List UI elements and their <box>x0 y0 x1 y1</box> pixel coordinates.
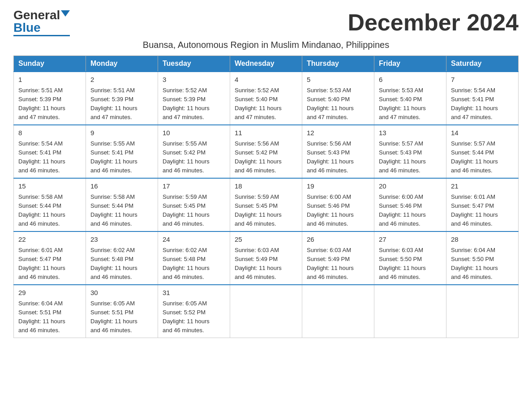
calendar-cell: 17 Sunrise: 5:59 AMSunset: 5:45 PMDaylig… <box>158 178 230 231</box>
day-info: Sunrise: 6:05 AMSunset: 5:51 PMDaylight:… <box>90 300 137 334</box>
day-info: Sunrise: 6:01 AMSunset: 5:47 PMDaylight:… <box>18 247 65 280</box>
day-number: 21 <box>451 181 514 192</box>
calendar-cell: 1 Sunrise: 5:51 AMSunset: 5:39 PMDayligh… <box>14 72 86 125</box>
calendar-cell: 18 Sunrise: 5:59 AMSunset: 5:45 PMDaylig… <box>230 178 302 231</box>
day-number: 25 <box>235 235 297 245</box>
day-number: 17 <box>163 181 225 192</box>
calendar-cell: 12 Sunrise: 5:56 AMSunset: 5:43 PMDaylig… <box>302 125 374 178</box>
calendar-cell <box>230 285 302 338</box>
day-info: Sunrise: 6:02 AMSunset: 5:48 PMDaylight:… <box>163 247 210 280</box>
day-number: 15 <box>18 181 81 192</box>
calendar-cell: 26 Sunrise: 6:03 AMSunset: 5:49 PMDaylig… <box>302 231 374 285</box>
week-row-2: 8 Sunrise: 5:54 AMSunset: 5:41 PMDayligh… <box>14 125 519 178</box>
calendar-cell <box>446 285 519 338</box>
week-row-1: 1 Sunrise: 5:51 AMSunset: 5:39 PMDayligh… <box>14 72 519 125</box>
logo-blue-text: Blue <box>13 21 70 34</box>
day-info: Sunrise: 6:03 AMSunset: 5:50 PMDaylight:… <box>379 247 426 280</box>
calendar-cell: 23 Sunrise: 6:02 AMSunset: 5:48 PMDaylig… <box>86 231 158 285</box>
day-info: Sunrise: 5:52 AMSunset: 5:40 PMDaylight:… <box>235 87 282 120</box>
day-info: Sunrise: 5:59 AMSunset: 5:45 PMDaylight:… <box>235 193 282 227</box>
day-info: Sunrise: 6:02 AMSunset: 5:48 PMDaylight:… <box>90 247 137 280</box>
calendar-table: SundayMondayTuesdayWednesdayThursdayFrid… <box>13 56 519 338</box>
day-number: 20 <box>379 181 442 192</box>
logo-general-text: General <box>13 9 60 21</box>
day-number: 27 <box>379 235 442 245</box>
day-number: 22 <box>18 235 81 245</box>
logo: General Blue <box>13 9 70 36</box>
day-info: Sunrise: 5:59 AMSunset: 5:45 PMDaylight:… <box>163 193 210 227</box>
day-info: Sunrise: 6:00 AMSunset: 5:46 PMDaylight:… <box>307 193 354 227</box>
day-info: Sunrise: 5:57 AMSunset: 5:43 PMDaylight:… <box>379 140 426 174</box>
day-number: 6 <box>379 75 442 85</box>
weekday-header-wednesday: Wednesday <box>230 56 302 72</box>
calendar-cell <box>374 285 446 338</box>
calendar-cell: 5 Sunrise: 5:53 AMSunset: 5:40 PMDayligh… <box>302 72 374 125</box>
day-number: 8 <box>18 128 81 138</box>
day-info: Sunrise: 5:57 AMSunset: 5:44 PMDaylight:… <box>451 140 498 174</box>
day-info: Sunrise: 5:51 AMSunset: 5:39 PMDaylight:… <box>90 87 137 120</box>
calendar-cell: 14 Sunrise: 5:57 AMSunset: 5:44 PMDaylig… <box>446 125 519 178</box>
day-number: 2 <box>90 75 153 85</box>
calendar-cell: 19 Sunrise: 6:00 AMSunset: 5:46 PMDaylig… <box>302 178 374 231</box>
day-info: Sunrise: 6:03 AMSunset: 5:49 PMDaylight:… <box>235 247 282 280</box>
day-info: Sunrise: 6:01 AMSunset: 5:47 PMDaylight:… <box>451 193 498 227</box>
day-number: 14 <box>451 128 514 138</box>
day-number: 10 <box>163 128 225 138</box>
day-info: Sunrise: 5:51 AMSunset: 5:39 PMDaylight:… <box>18 87 65 120</box>
day-number: 1 <box>18 75 81 85</box>
calendar-cell: 22 Sunrise: 6:01 AMSunset: 5:47 PMDaylig… <box>14 231 86 285</box>
day-info: Sunrise: 5:55 AMSunset: 5:42 PMDaylight:… <box>163 140 210 174</box>
weekday-header-saturday: Saturday <box>446 56 519 72</box>
day-info: Sunrise: 5:54 AMSunset: 5:41 PMDaylight:… <box>18 140 65 174</box>
day-number: 3 <box>163 75 225 85</box>
day-info: Sunrise: 5:56 AMSunset: 5:43 PMDaylight:… <box>307 140 354 174</box>
day-number: 31 <box>163 288 225 298</box>
calendar-cell: 20 Sunrise: 6:00 AMSunset: 5:46 PMDaylig… <box>374 178 446 231</box>
day-number: 26 <box>307 235 369 245</box>
weekday-header-thursday: Thursday <box>302 56 374 72</box>
calendar-cell: 30 Sunrise: 6:05 AMSunset: 5:51 PMDaylig… <box>86 285 158 338</box>
logo-triangle-icon <box>61 10 70 17</box>
weekday-header-monday: Monday <box>86 56 158 72</box>
calendar-cell: 9 Sunrise: 5:55 AMSunset: 5:41 PMDayligh… <box>86 125 158 178</box>
calendar-cell: 13 Sunrise: 5:57 AMSunset: 5:43 PMDaylig… <box>374 125 446 178</box>
calendar-cell: 10 Sunrise: 5:55 AMSunset: 5:42 PMDaylig… <box>158 125 230 178</box>
day-number: 11 <box>235 128 297 138</box>
calendar-cell: 11 Sunrise: 5:56 AMSunset: 5:42 PMDaylig… <box>230 125 302 178</box>
calendar-cell: 31 Sunrise: 6:05 AMSunset: 5:52 PMDaylig… <box>158 285 230 338</box>
week-row-5: 29 Sunrise: 6:04 AMSunset: 5:51 PMDaylig… <box>14 285 519 338</box>
day-info: Sunrise: 5:58 AMSunset: 5:44 PMDaylight:… <box>90 193 137 227</box>
calendar-cell: 28 Sunrise: 6:04 AMSunset: 5:50 PMDaylig… <box>446 231 519 285</box>
calendar-cell: 16 Sunrise: 5:58 AMSunset: 5:44 PMDaylig… <box>86 178 158 231</box>
day-info: Sunrise: 5:53 AMSunset: 5:40 PMDaylight:… <box>307 87 354 120</box>
day-number: 24 <box>163 235 225 245</box>
calendar-cell: 6 Sunrise: 5:53 AMSunset: 5:40 PMDayligh… <box>374 72 446 125</box>
day-number: 9 <box>90 128 153 138</box>
calendar-cell: 27 Sunrise: 6:03 AMSunset: 5:50 PMDaylig… <box>374 231 446 285</box>
weekday-header-friday: Friday <box>374 56 446 72</box>
day-number: 4 <box>235 75 297 85</box>
calendar-cell: 15 Sunrise: 5:58 AMSunset: 5:44 PMDaylig… <box>14 178 86 231</box>
day-number: 5 <box>307 75 369 85</box>
page-header: General Blue December 2024 <box>13 9 519 36</box>
calendar-cell <box>302 285 374 338</box>
calendar-cell: 7 Sunrise: 5:54 AMSunset: 5:41 PMDayligh… <box>446 72 519 125</box>
calendar-cell: 29 Sunrise: 6:04 AMSunset: 5:51 PMDaylig… <box>14 285 86 338</box>
day-info: Sunrise: 6:04 AMSunset: 5:51 PMDaylight:… <box>18 300 65 334</box>
day-info: Sunrise: 6:04 AMSunset: 5:50 PMDaylight:… <box>451 247 498 280</box>
calendar-cell: 8 Sunrise: 5:54 AMSunset: 5:41 PMDayligh… <box>14 125 86 178</box>
weekday-header-sunday: Sunday <box>14 56 86 72</box>
day-info: Sunrise: 5:58 AMSunset: 5:44 PMDaylight:… <box>18 193 65 227</box>
day-number: 12 <box>307 128 369 138</box>
day-info: Sunrise: 6:05 AMSunset: 5:52 PMDaylight:… <box>163 300 210 334</box>
calendar-cell: 4 Sunrise: 5:52 AMSunset: 5:40 PMDayligh… <box>230 72 302 125</box>
calendar-cell: 3 Sunrise: 5:52 AMSunset: 5:39 PMDayligh… <box>158 72 230 125</box>
month-title: December 2024 <box>348 9 519 36</box>
calendar-cell: 21 Sunrise: 6:01 AMSunset: 5:47 PMDaylig… <box>446 178 519 231</box>
day-info: Sunrise: 5:54 AMSunset: 5:41 PMDaylight:… <box>451 87 498 120</box>
logo-underline <box>13 35 70 36</box>
day-info: Sunrise: 5:55 AMSunset: 5:41 PMDaylight:… <box>90 140 137 174</box>
location-subtitle: Buansa, Autonomous Region in Muslim Mind… <box>13 40 519 50</box>
day-info: Sunrise: 5:56 AMSunset: 5:42 PMDaylight:… <box>235 140 282 174</box>
week-row-4: 22 Sunrise: 6:01 AMSunset: 5:47 PMDaylig… <box>14 231 519 285</box>
